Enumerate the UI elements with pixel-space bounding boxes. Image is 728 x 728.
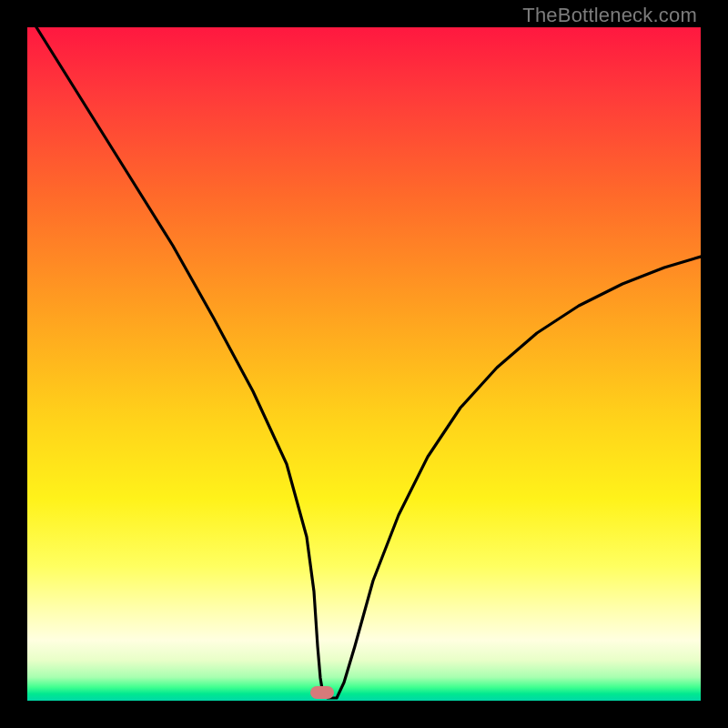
chart-frame [0,0,728,728]
attribution-text: TheBottleneck.com [522,4,697,27]
